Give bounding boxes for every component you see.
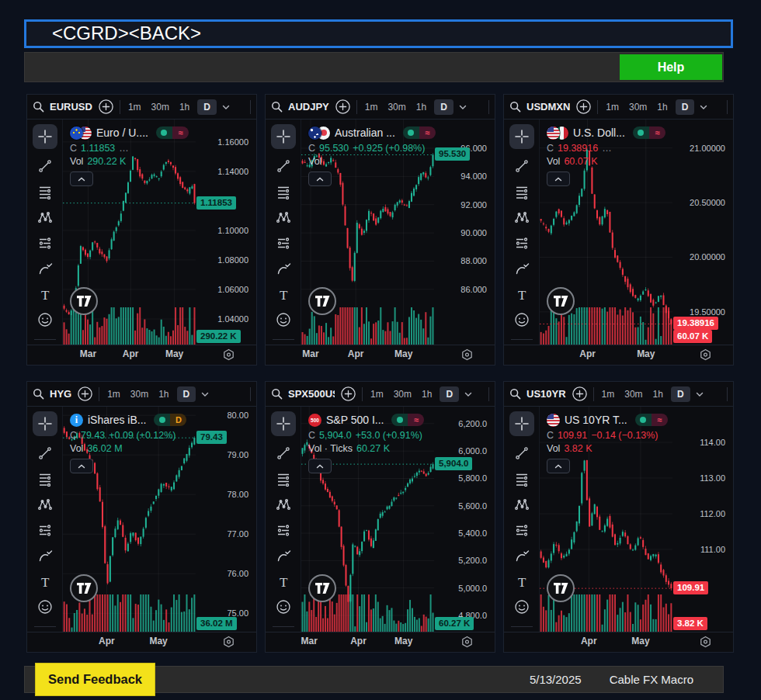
xabcd-pattern-tool[interactable] <box>513 209 530 226</box>
symbol-title[interactable]: S&P 500 I... <box>326 414 384 426</box>
text-tool[interactable]: T <box>36 286 54 303</box>
timeframe-1m[interactable]: 1m <box>599 387 617 401</box>
search-icon[interactable] <box>271 101 283 113</box>
chevron-down-icon[interactable] <box>459 104 467 110</box>
symbol-search-value[interactable]: US10YR <box>526 388 566 400</box>
text-tool[interactable]: T <box>36 573 54 590</box>
time-axis[interactable]: AprMay <box>27 632 256 651</box>
price-axis[interactable]: 80.0079.0078.0077.0076.0075.0079.4336.02… <box>196 407 256 632</box>
crosshair-tool[interactable] <box>509 411 534 436</box>
compare-add-icon[interactable] <box>98 99 114 115</box>
chevron-down-icon[interactable] <box>222 104 230 110</box>
timeframe-30m[interactable]: 30m <box>622 387 645 401</box>
xabcd-pattern-tool[interactable] <box>513 496 530 513</box>
chevron-down-icon[interactable] <box>696 391 704 397</box>
time-axis[interactable]: AprMay <box>504 632 733 651</box>
timeframe-1h[interactable]: 1h <box>177 100 192 114</box>
timeframe-1h[interactable]: 1h <box>156 387 171 401</box>
trendline-tool[interactable] <box>275 445 292 462</box>
timeframe-1h[interactable]: 1h <box>651 387 665 401</box>
chart-settings-icon[interactable] <box>698 635 713 653</box>
fib-retracement-tool[interactable] <box>36 470 54 487</box>
brush-tool[interactable] <box>36 547 54 564</box>
timeframe-daily[interactable]: D <box>434 99 453 115</box>
legend-collapse-button[interactable] <box>70 172 93 186</box>
chart-settings-icon[interactable] <box>698 348 713 366</box>
text-tool[interactable]: T <box>275 286 292 303</box>
tradingview-logo[interactable] <box>70 287 98 315</box>
price-axis[interactable]: 21.0000020.5000020.0000019.5000019.38916… <box>672 120 733 345</box>
timeframe-1h[interactable]: 1h <box>419 387 434 401</box>
crosshair-tool[interactable] <box>33 411 57 436</box>
symbol-title[interactable]: Euro / U.... <box>96 126 148 139</box>
timeframe-1m[interactable]: 1m <box>126 100 144 114</box>
chevron-down-icon[interactable] <box>201 391 209 397</box>
timeframe-1m[interactable]: 1m <box>368 387 386 401</box>
symbol-title[interactable]: US 10YR T... <box>565 414 627 426</box>
search-icon[interactable] <box>33 388 44 400</box>
market-status-pill[interactable]: ≈ <box>635 414 668 426</box>
chart-settings-icon[interactable] <box>221 348 236 366</box>
trendline-tool[interactable] <box>36 445 54 462</box>
emoji-tool[interactable] <box>513 598 530 615</box>
crosshair-tool[interactable] <box>271 124 296 149</box>
text-tool[interactable]: T <box>275 573 292 590</box>
timeframe-daily[interactable]: D <box>671 386 690 402</box>
timeframe-1h[interactable]: 1h <box>414 100 429 114</box>
timeframe-30m[interactable]: 30m <box>391 387 414 401</box>
market-status-pill[interactable]: ≈ <box>633 126 665 139</box>
forecast-tool[interactable] <box>275 234 292 251</box>
symbol-title[interactable]: iShares iB... <box>88 414 146 426</box>
search-icon[interactable] <box>509 101 521 113</box>
emoji-tool[interactable] <box>275 598 292 615</box>
crosshair-tool[interactable] <box>271 411 296 436</box>
trendline-tool[interactable] <box>275 158 292 175</box>
crosshair-tool[interactable] <box>509 124 534 149</box>
legend-collapse-button[interactable] <box>308 459 332 473</box>
compare-add-icon[interactable] <box>77 386 93 402</box>
search-icon[interactable] <box>271 388 283 400</box>
time-axis[interactable]: AprMay <box>504 345 733 364</box>
fib-retracement-tool[interactable] <box>275 183 292 200</box>
send-feedback-button[interactable]: Send Feedback <box>35 663 155 696</box>
tradingview-logo[interactable] <box>308 574 336 602</box>
tradingview-logo[interactable] <box>547 287 575 315</box>
xabcd-pattern-tool[interactable] <box>36 209 54 226</box>
timeframe-daily[interactable]: D <box>197 99 217 115</box>
chart-settings-icon[interactable] <box>460 635 474 653</box>
timeframe-30m[interactable]: 30m <box>149 100 172 114</box>
symbol-search-value[interactable]: AUDJPY <box>288 101 329 113</box>
fib-retracement-tool[interactable] <box>513 470 530 487</box>
price-axis[interactable]: 1.160001.140001.100001.080001.060001.040… <box>196 120 256 345</box>
search-icon[interactable] <box>509 388 521 400</box>
emoji-tool[interactable] <box>36 311 54 328</box>
time-axis[interactable]: MarAprMay <box>27 345 256 364</box>
forecast-tool[interactable] <box>275 522 292 539</box>
fib-retracement-tool[interactable] <box>275 470 292 487</box>
brush-tool[interactable] <box>513 547 530 564</box>
brush-tool[interactable] <box>513 260 530 277</box>
timeframe-1m[interactable]: 1m <box>363 100 380 114</box>
legend-collapse-button[interactable] <box>70 459 93 473</box>
symbol-title[interactable]: U.S. Doll... <box>573 126 625 139</box>
search-icon[interactable] <box>33 101 44 113</box>
trendline-tool[interactable] <box>513 445 530 462</box>
market-status-pill[interactable]: ≈ <box>391 414 424 426</box>
tradingview-logo[interactable] <box>70 574 98 602</box>
symbol-search-value[interactable]: USDMXN <box>526 101 570 113</box>
symbol-search-value[interactable]: HYG <box>50 388 71 400</box>
symbol-search-value[interactable]: SPX500USD <box>288 388 335 400</box>
price-axis[interactable]: 114.00113.00112.00111.00109.913.82 K <box>672 407 733 632</box>
timeframe-1h[interactable]: 1h <box>655 100 669 114</box>
emoji-tool[interactable] <box>275 311 292 328</box>
legend-collapse-button[interactable] <box>547 459 570 473</box>
market-status-pill[interactable]: ≈ <box>156 126 189 139</box>
price-axis[interactable]: 6,200.06,000.05,800.05,600.05,400.05,200… <box>434 407 495 632</box>
fib-retracement-tool[interactable] <box>36 183 54 200</box>
market-status-pill[interactable]: ≈ <box>403 126 436 139</box>
emoji-tool[interactable] <box>36 598 54 615</box>
trendline-tool[interactable] <box>36 158 54 175</box>
chevron-down-icon[interactable] <box>700 104 707 110</box>
legend-collapse-button[interactable] <box>308 172 332 186</box>
compare-add-icon[interactable] <box>335 99 351 115</box>
